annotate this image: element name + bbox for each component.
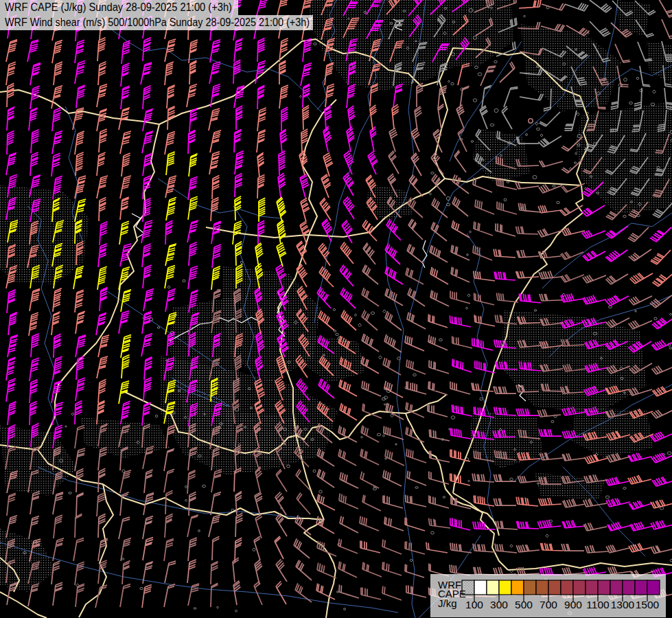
svg-text:WRF Wind shear (m/s) 500/1000h: WRF Wind shear (m/s) 500/1000hPa Sunday …	[5, 16, 310, 29]
svg-text:WRF CAPE (J/kg) Sunday 28-09-2: WRF CAPE (J/kg) Sunday 28-09-2025 21:00 …	[5, 1, 232, 14]
svg-text:500: 500	[515, 599, 533, 610]
svg-text:100: 100	[465, 599, 483, 610]
svg-text:700: 700	[540, 599, 557, 610]
svg-text:1100: 1100	[586, 599, 610, 610]
svg-text:1300: 1300	[611, 599, 635, 610]
svg-text:1500: 1500	[636, 599, 660, 610]
svg-text:900: 900	[564, 599, 582, 610]
svg-text:300: 300	[490, 599, 508, 610]
svg-text:J/kg: J/kg	[438, 597, 457, 609]
